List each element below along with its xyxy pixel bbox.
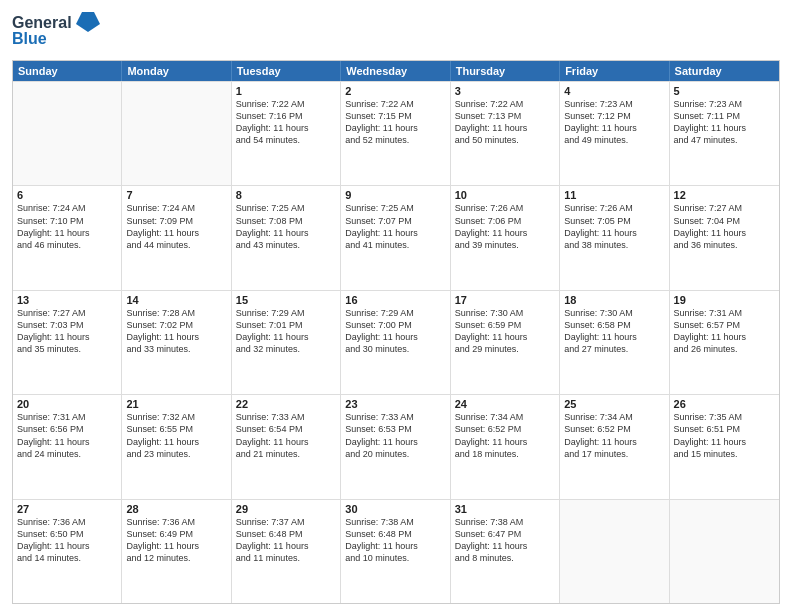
svg-text:Blue: Blue [12,30,47,47]
calendar-cell: 7Sunrise: 7:24 AMSunset: 7:09 PMDaylight… [122,186,231,289]
calendar-cell [122,82,231,185]
cell-line: and 38 minutes. [564,239,664,251]
day-number: 8 [236,189,336,201]
day-number: 4 [564,85,664,97]
calendar-cell: 21Sunrise: 7:32 AMSunset: 6:55 PMDayligh… [122,395,231,498]
cell-line: Sunset: 6:55 PM [126,423,226,435]
cell-line: Sunset: 6:58 PM [564,319,664,331]
cell-line: Sunrise: 7:33 AM [236,411,336,423]
cell-line: Daylight: 11 hours [455,436,555,448]
calendar-cell: 8Sunrise: 7:25 AMSunset: 7:08 PMDaylight… [232,186,341,289]
cell-line: Sunrise: 7:35 AM [674,411,775,423]
cell-line: Daylight: 11 hours [455,331,555,343]
cell-line: Sunset: 6:56 PM [17,423,117,435]
cell-line: Daylight: 11 hours [455,122,555,134]
calendar-cell: 24Sunrise: 7:34 AMSunset: 6:52 PMDayligh… [451,395,560,498]
day-number: 16 [345,294,445,306]
calendar-cell: 19Sunrise: 7:31 AMSunset: 6:57 PMDayligh… [670,291,779,394]
day-number: 2 [345,85,445,97]
cell-line: Sunset: 6:54 PM [236,423,336,435]
cell-line: and 10 minutes. [345,552,445,564]
page: General Blue SundayMondayTuesdayWednesda… [0,0,792,612]
day-number: 13 [17,294,117,306]
cell-line: Sunset: 7:13 PM [455,110,555,122]
cell-line: Sunset: 6:57 PM [674,319,775,331]
calendar-cell: 26Sunrise: 7:35 AMSunset: 6:51 PMDayligh… [670,395,779,498]
cell-line: and 47 minutes. [674,134,775,146]
calendar-cell: 4Sunrise: 7:23 AMSunset: 7:12 PMDaylight… [560,82,669,185]
cell-line: and 44 minutes. [126,239,226,251]
cell-line: and 49 minutes. [564,134,664,146]
calendar-header: SundayMondayTuesdayWednesdayThursdayFrid… [13,61,779,81]
calendar-row-1: 6Sunrise: 7:24 AMSunset: 7:10 PMDaylight… [13,185,779,289]
cell-line: Daylight: 11 hours [455,227,555,239]
cell-line: Sunset: 6:50 PM [17,528,117,540]
cell-line: Sunrise: 7:31 AM [17,411,117,423]
day-number: 22 [236,398,336,410]
day-number: 3 [455,85,555,97]
cell-line: Daylight: 11 hours [674,331,775,343]
cell-line: Daylight: 11 hours [564,227,664,239]
cell-line: Sunrise: 7:28 AM [126,307,226,319]
cell-line: Daylight: 11 hours [564,122,664,134]
weekday-header-sunday: Sunday [13,61,122,81]
cell-line: and 24 minutes. [17,448,117,460]
weekday-header-saturday: Saturday [670,61,779,81]
cell-line: and 26 minutes. [674,343,775,355]
cell-line: Sunrise: 7:24 AM [17,202,117,214]
calendar-cell: 12Sunrise: 7:27 AMSunset: 7:04 PMDayligh… [670,186,779,289]
cell-line: Sunrise: 7:38 AM [455,516,555,528]
day-number: 30 [345,503,445,515]
cell-line: Sunrise: 7:23 AM [564,98,664,110]
cell-line: and 52 minutes. [345,134,445,146]
cell-line: Sunset: 7:10 PM [17,215,117,227]
calendar-cell: 27Sunrise: 7:36 AMSunset: 6:50 PMDayligh… [13,500,122,603]
cell-line: Daylight: 11 hours [17,540,117,552]
cell-line: Daylight: 11 hours [345,122,445,134]
cell-line: Daylight: 11 hours [126,540,226,552]
cell-line: and 21 minutes. [236,448,336,460]
day-number: 24 [455,398,555,410]
calendar-cell: 17Sunrise: 7:30 AMSunset: 6:59 PMDayligh… [451,291,560,394]
cell-line: Daylight: 11 hours [564,436,664,448]
calendar-cell: 22Sunrise: 7:33 AMSunset: 6:54 PMDayligh… [232,395,341,498]
cell-line: Sunset: 7:03 PM [17,319,117,331]
calendar-cell: 23Sunrise: 7:33 AMSunset: 6:53 PMDayligh… [341,395,450,498]
calendar-cell [560,500,669,603]
day-number: 12 [674,189,775,201]
calendar-row-4: 27Sunrise: 7:36 AMSunset: 6:50 PMDayligh… [13,499,779,603]
calendar-cell: 15Sunrise: 7:29 AMSunset: 7:01 PMDayligh… [232,291,341,394]
calendar-cell: 9Sunrise: 7:25 AMSunset: 7:07 PMDaylight… [341,186,450,289]
calendar-cell: 31Sunrise: 7:38 AMSunset: 6:47 PMDayligh… [451,500,560,603]
calendar-cell: 25Sunrise: 7:34 AMSunset: 6:52 PMDayligh… [560,395,669,498]
cell-line: Sunrise: 7:29 AM [345,307,445,319]
cell-line: and 15 minutes. [674,448,775,460]
day-number: 14 [126,294,226,306]
calendar-cell [13,82,122,185]
cell-line: and 12 minutes. [126,552,226,564]
calendar-cell: 2Sunrise: 7:22 AMSunset: 7:15 PMDaylight… [341,82,450,185]
weekday-header-friday: Friday [560,61,669,81]
cell-line: Daylight: 11 hours [17,227,117,239]
cell-line: Sunrise: 7:33 AM [345,411,445,423]
header: General Blue [12,10,780,54]
cell-line: Daylight: 11 hours [674,227,775,239]
cell-line: and 8 minutes. [455,552,555,564]
cell-line: Sunrise: 7:37 AM [236,516,336,528]
calendar-cell: 11Sunrise: 7:26 AMSunset: 7:05 PMDayligh… [560,186,669,289]
cell-line: and 23 minutes. [126,448,226,460]
cell-line: and 33 minutes. [126,343,226,355]
cell-line: Sunrise: 7:34 AM [564,411,664,423]
cell-line: Sunset: 7:11 PM [674,110,775,122]
day-number: 28 [126,503,226,515]
day-number: 23 [345,398,445,410]
calendar-cell: 3Sunrise: 7:22 AMSunset: 7:13 PMDaylight… [451,82,560,185]
day-number: 29 [236,503,336,515]
day-number: 17 [455,294,555,306]
cell-line: and 18 minutes. [455,448,555,460]
cell-line: and 17 minutes. [564,448,664,460]
cell-line: Sunrise: 7:25 AM [236,202,336,214]
day-number: 6 [17,189,117,201]
calendar-cell: 14Sunrise: 7:28 AMSunset: 7:02 PMDayligh… [122,291,231,394]
day-number: 10 [455,189,555,201]
